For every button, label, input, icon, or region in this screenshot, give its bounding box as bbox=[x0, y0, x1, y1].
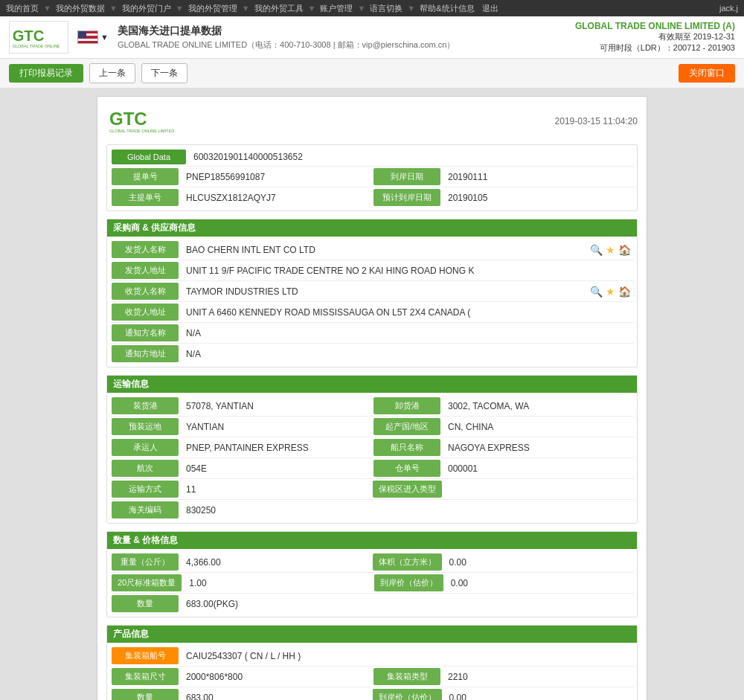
us-flag bbox=[77, 30, 98, 44]
nav-home[interactable]: 我的首页 bbox=[6, 3, 39, 14]
arrival-price-value: 0.00 bbox=[445, 573, 634, 593]
container-no-value: CAIU2543307 ( CN / L / HH ) bbox=[180, 646, 634, 666]
user-display: jack.j bbox=[719, 4, 738, 13]
search-icon[interactable]: 🔍 bbox=[590, 244, 603, 256]
next-button[interactable]: 下一条 bbox=[141, 63, 187, 83]
header-contact: GLOBAL TRADE ONLINE LIMITED（电话：400-710-3… bbox=[118, 39, 575, 51]
logo-box: GTC GLOBAL TRADE ONLINE bbox=[9, 21, 68, 54]
customs-row: 海关编码 830250 bbox=[110, 500, 634, 520]
nav-portal[interactable]: 我的外贸门户 bbox=[122, 3, 171, 14]
nav-management[interactable]: 我的外贸管理 bbox=[188, 3, 237, 14]
consignee-home-icon[interactable]: 🏠 bbox=[618, 286, 631, 298]
prev-button[interactable]: 上一条 bbox=[89, 63, 135, 83]
home-icon[interactable]: 🏠 bbox=[618, 244, 631, 256]
page-header: GTC GLOBAL TRADE ONLINE ▼ 美国海关进口提单数据 GLO… bbox=[0, 16, 744, 59]
bill-no-row: 提单号 PNEP18556991087 到岸日期 20190111 bbox=[110, 167, 634, 187]
carrier-vessel-row: 承运人 PNEP, PANTAINER EXPRESS 船只名称 NAGOYA … bbox=[110, 437, 634, 458]
nav-language[interactable]: 语言切换 bbox=[370, 3, 403, 14]
origin-label: 起产国/地区 bbox=[373, 418, 440, 435]
transport-body: 装货港 57078, YANTIAN 卸货港 3002, TACOMA, WA … bbox=[107, 393, 637, 523]
manifest-label: 仓单号 bbox=[373, 460, 440, 477]
nav-account[interactable]: 账户管理 bbox=[320, 3, 353, 14]
product-price-value: 0.00 bbox=[443, 687, 635, 700]
svg-text:GLOBAL TRADE ONLINE: GLOBAL TRADE ONLINE bbox=[13, 44, 60, 48]
global-data-body: Global Data 6003201901140000513652 提单号 P… bbox=[107, 145, 637, 211]
consignee-name-row: 收货人名称 TAYMOR INDUSTRIES LTD 🔍 ★ 🏠 bbox=[110, 281, 634, 302]
master-bill-value: HLCUSZX1812AQYJ7 bbox=[180, 187, 372, 208]
svg-text:GTC: GTC bbox=[13, 28, 45, 44]
voyage-label: 航次 bbox=[112, 460, 179, 477]
consignee-addr-row: 收货人地址 UNIT A 6460 KENNEDY ROAD MISSISSAU… bbox=[110, 302, 634, 323]
bill-no-label: 提单号 bbox=[112, 168, 179, 185]
ftz-value bbox=[443, 479, 635, 499]
customs-code-label: 海关编码 bbox=[112, 501, 179, 518]
product-qty-price-row: 数量 683.00 到岸价（估价） 0.00 bbox=[110, 687, 634, 700]
doc-logo: GTC GLOBAL TRADE ONLINE LIMITED bbox=[106, 106, 177, 137]
header-info: 美国海关进口提单数据 GLOBAL TRADE ONLINE LIMITED（电… bbox=[118, 25, 575, 51]
shipper-addr-row: 发货人地址 UNIT 11 9/F PACIFIC TRADE CENTRE N… bbox=[110, 260, 634, 281]
notify-addr-row: 通知方地址 N/A bbox=[110, 344, 634, 364]
star-icon[interactable]: ★ bbox=[606, 244, 615, 256]
consignee-search-icon[interactable]: 🔍 bbox=[590, 286, 603, 298]
consignee-star-icon[interactable]: ★ bbox=[606, 286, 615, 298]
product-info-header: 产品信息 bbox=[107, 626, 637, 643]
ports-row: 装货港 57078, YANTIAN 卸货港 3002, TACOMA, WA bbox=[110, 396, 634, 417]
nav-logout[interactable]: 退出 bbox=[482, 3, 498, 14]
quantity-value: 683.00(PKG) bbox=[180, 594, 634, 614]
nav-trade-data[interactable]: 我的外贸数据 bbox=[56, 3, 105, 14]
carrier-value: PNEP, PANTAINER EXPRESS bbox=[180, 437, 372, 457]
container-no-label: 集装箱船号 bbox=[112, 647, 179, 664]
voyage-manifest-row: 航次 054E 仓单号 000001 bbox=[110, 458, 634, 479]
est-arrival-label: 预计到岸日期 bbox=[373, 189, 440, 206]
transport-ftz-row: 运输方式 11 保税区进入类型 bbox=[110, 479, 634, 500]
flag-area: ▼ bbox=[77, 30, 109, 44]
buyer-supplier-header: 采购商 & 供应商信息 bbox=[107, 219, 637, 237]
vessel-value: NAGOYA EXPRESS bbox=[442, 437, 634, 457]
global-data-row: Global Data 6003201901140000513652 bbox=[110, 148, 634, 167]
arrival-date-label: 到岸日期 bbox=[373, 168, 440, 185]
volume-label: 体积（立方米） bbox=[373, 553, 442, 571]
transport-section: 运输信息 装货港 57078, YANTIAN 卸货港 3002, TACOMA… bbox=[106, 375, 638, 524]
shipper-actions: 🔍 ★ 🏠 bbox=[587, 240, 634, 260]
weight-value: 4,366.00 bbox=[180, 552, 371, 572]
load-port-value: 57078, YANTIAN bbox=[180, 396, 372, 416]
close-button[interactable]: 关闭窗口 bbox=[679, 64, 735, 83]
shipper-name-value: BAO CHERN INTL ENT CO LTD bbox=[180, 240, 587, 260]
notify-name-value: N/A bbox=[180, 323, 634, 343]
volume-value: 0.00 bbox=[443, 552, 635, 572]
bill-no-value: PNEP18556991087 bbox=[180, 167, 372, 187]
master-bill-row: 主提单号 HLCUSZX1812AQYJ7 预计到岸日期 20190105 bbox=[110, 187, 634, 208]
product-price-label: 到岸价（估价） bbox=[373, 689, 442, 700]
arrival-date-value: 20190111 bbox=[442, 167, 634, 187]
global-data-section: Global Data 6003201901140000513652 提单号 P… bbox=[106, 144, 638, 211]
document-card: GTC GLOBAL TRADE ONLINE LIMITED 2019-03-… bbox=[97, 96, 647, 700]
quantity-price-body: 重量（公斤） 4,366.00 体积（立方米） 0.00 20尺标准箱数量 1.… bbox=[107, 549, 637, 617]
vessel-label: 船只名称 bbox=[373, 439, 440, 456]
ftz-label: 保税区进入类型 bbox=[373, 481, 442, 498]
nav-help[interactable]: 帮助&统计信息 bbox=[420, 3, 474, 14]
container-size-label: 集装箱尺寸 bbox=[112, 668, 179, 685]
shipper-name-row: 发货人名称 BAO CHERN INTL ENT CO LTD 🔍 ★ 🏠 bbox=[110, 240, 634, 260]
consignee-actions: 🔍 ★ 🏠 bbox=[587, 281, 634, 301]
product-qty-value: 683.00 bbox=[180, 687, 371, 700]
print-button[interactable]: 打印报易记录 bbox=[9, 64, 83, 83]
weight-label: 重量（公斤） bbox=[112, 553, 179, 571]
nav-tools[interactable]: 我的外贸工具 bbox=[254, 3, 304, 14]
consignee-addr-value: UNIT A 6460 KENNEDY ROAD MISSISSAUGA ON … bbox=[180, 302, 634, 322]
page-title: 美国海关进口提单数据 bbox=[118, 25, 575, 38]
header-right: GLOBAL TRADE ONLINE LIMITED (A) 有效期至 201… bbox=[575, 21, 735, 54]
shipper-addr-value: UNIT 11 9/F PACIFIC TRADE CENTRE NO 2 KA… bbox=[180, 260, 634, 280]
master-bill-label: 主提单号 bbox=[112, 189, 179, 206]
consignee-name-value: TAYMOR INDUSTRIES LTD bbox=[180, 281, 587, 301]
product-info-body: 集装箱船号 CAIU2543307 ( CN / L / HH ) 集装箱尺寸 … bbox=[107, 643, 637, 700]
arrival-price-label: 到岸价（估价） bbox=[374, 574, 443, 591]
buyer-supplier-section: 采购商 & 供应商信息 发货人名称 BAO CHERN INTL ENT CO … bbox=[106, 219, 638, 367]
manifest-value: 000001 bbox=[442, 458, 634, 478]
transport-header: 运输信息 bbox=[107, 376, 637, 393]
est-dest-value: YANTIAN bbox=[180, 417, 372, 437]
shipper-addr-label: 发货人地址 bbox=[112, 262, 179, 279]
top-navigation: 我的首页 ▼ 我的外贸数据 ▼ 我的外贸门户 ▼ 我的外贸管理 ▼ 我的外贸工具… bbox=[0, 0, 744, 16]
company-name: GLOBAL TRADE ONLINE LIMITED (A) bbox=[575, 21, 735, 31]
global-data-label: Global Data bbox=[112, 150, 186, 164]
notify-name-label: 通知方名称 bbox=[112, 324, 179, 341]
